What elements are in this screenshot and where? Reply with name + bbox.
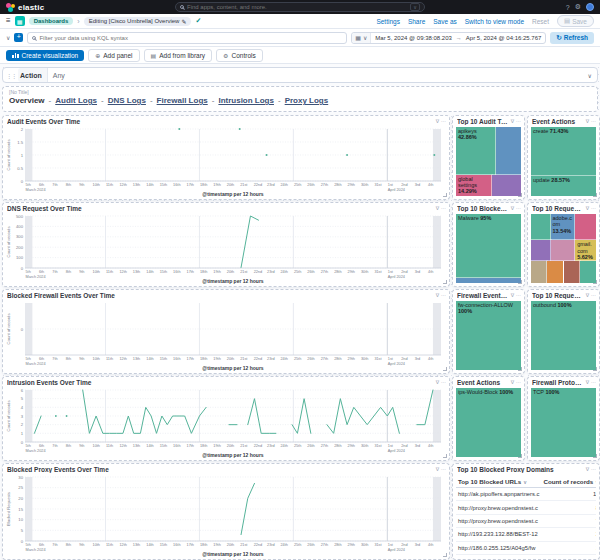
- table-row[interactable]: http://185.170.108.6/file.exe1: [456, 554, 596, 559]
- kql-filter-box[interactable]: [27, 32, 347, 44]
- filter-icon[interactable]: ∇: [586, 293, 589, 298]
- table-row[interactable]: http://proxy.brew.opendnstest.c8: [456, 501, 596, 514]
- add-filter-icon[interactable]: +: [14, 33, 23, 42]
- count-cell[interactable]: 1: [541, 541, 596, 554]
- menu-hamburger-icon[interactable]: ≡: [6, 17, 11, 25]
- count-cell[interactable]: 8: [541, 501, 596, 514]
- treemap-block-apikeys[interactable]: apikeys 42.86%: [456, 127, 496, 175]
- panel-menu-icon[interactable]: ⋯: [441, 293, 446, 298]
- resize-handle[interactable]: [518, 367, 522, 371]
- nav-link-firewall-logs[interactable]: Firewall Logs: [157, 96, 208, 105]
- nav-link-intrusion-logs[interactable]: Intrusion Logs: [218, 96, 274, 105]
- resize-handle[interactable]: [443, 454, 447, 458]
- treemap-block-create[interactable]: create 71.43%: [531, 127, 596, 176]
- elastic-logo[interactable]: elastic: [6, 3, 44, 12]
- breadcrumb-dashboards[interactable]: Dashboards: [29, 17, 74, 25]
- query-menu-chevron-icon[interactable]: ∨: [6, 34, 10, 41]
- filter-icon[interactable]: ∇: [511, 380, 514, 385]
- panel-menu-icon[interactable]: ⋯: [441, 467, 446, 472]
- treemap-block[interactable]: [496, 127, 521, 175]
- sort-chevron-icon[interactable]: ∨: [595, 479, 596, 485]
- treemap-block[interactable]: [456, 278, 521, 283]
- dashboard-app-icon[interactable]: ▦: [15, 16, 25, 26]
- kql-input[interactable]: [39, 35, 342, 41]
- resize-handle[interactable]: [593, 193, 597, 197]
- filter-icon[interactable]: ∇: [511, 206, 514, 211]
- refresh-button[interactable]: ↻ Refresh: [550, 32, 594, 44]
- controls-button[interactable]: ⚙ Controls: [216, 49, 263, 62]
- url-cell[interactable]: http://186.0.255.125/A04g5/fw: [456, 541, 541, 554]
- panel-menu-icon[interactable]: ⋯: [591, 293, 596, 298]
- breadcrumb-current[interactable]: Editing [Cisco Umbrella] Overview ✎: [84, 17, 192, 26]
- share-link[interactable]: Share: [408, 18, 425, 25]
- reset-link[interactable]: Reset: [532, 18, 549, 25]
- resize-handle[interactable]: [443, 553, 447, 557]
- treemap-block-fw-connection-allow[interactable]: fw-connection-ALLOW 100%: [456, 301, 521, 370]
- table-row[interactable]: http://186.0.255.125/A04g5/fw1: [456, 541, 596, 554]
- panel-menu-icon[interactable]: ⋯: [441, 119, 446, 124]
- filter-icon[interactable]: ∇: [586, 206, 589, 211]
- save-button[interactable]: ▤ Save: [557, 15, 594, 27]
- treemap-block-update[interactable]: update 28.57%: [531, 176, 596, 196]
- column-header[interactable]: Count of records∨: [541, 475, 596, 488]
- treemap-block[interactable]: [551, 240, 576, 261]
- filter-icon[interactable]: ∇: [436, 206, 439, 211]
- filter-icon[interactable]: ∇: [436, 293, 439, 298]
- filter-icon[interactable]: ∇: [586, 380, 589, 385]
- treemap-block-gmail-com[interactable]: gmail.com 5.62%: [575, 240, 596, 261]
- create-visualization-button[interactable]: Create visualization: [6, 50, 84, 61]
- url-cell[interactable]: http://193.233.132.88/BEST-12: [456, 528, 541, 541]
- table-row[interactable]: http://193.233.132.88/BEST-122: [456, 528, 596, 541]
- nav-link-proxy-logs[interactable]: Proxy Logs: [285, 96, 329, 105]
- treemap-block-malware[interactable]: Malware 95%: [456, 214, 521, 278]
- panel-menu-icon[interactable]: ⋯: [441, 206, 446, 211]
- url-cell[interactable]: http://proxy.brew.opendnstest.c: [456, 514, 541, 527]
- count-cell[interactable]: 11: [541, 488, 596, 501]
- count-cell[interactable]: 7: [541, 514, 596, 527]
- table-row[interactable]: http://proxy.brew.opendnstest.c7: [456, 514, 596, 527]
- calendar-icon[interactable]: ▦: [355, 34, 361, 41]
- resize-handle[interactable]: [593, 367, 597, 371]
- panel-menu-icon[interactable]: ⋯: [591, 467, 596, 472]
- url-cell[interactable]: http://proxy.brew.opendnstest.c: [456, 501, 541, 514]
- column-header[interactable]: Top 10 Blocked URLs∨: [456, 475, 541, 488]
- switch-view-mode-link[interactable]: Switch to view mode: [465, 18, 524, 25]
- nav-link-dns-logs[interactable]: DNS Logs: [108, 96, 146, 105]
- sort-chevron-icon[interactable]: ∨: [523, 479, 527, 485]
- filter-icon[interactable]: ∇: [436, 467, 439, 472]
- action-control[interactable]: ⋮⋮ Action Any ∨: [2, 67, 598, 83]
- url-cell[interactable]: http://ak.pipoffers.apnpartners.c: [456, 488, 541, 501]
- resize-handle[interactable]: [518, 454, 522, 458]
- resize-handle[interactable]: [518, 193, 522, 197]
- table-row[interactable]: http://ak.pipoffers.apnpartners.c11: [456, 488, 596, 501]
- save-as-link[interactable]: Save as: [433, 18, 457, 25]
- panel-menu-icon[interactable]: ⋯: [441, 380, 446, 385]
- treemap-block-global-settings[interactable]: global settings 14.29%: [456, 175, 492, 196]
- panel-menu-icon[interactable]: ⋯: [516, 293, 521, 298]
- global-search[interactable]: ∨: [175, 2, 425, 12]
- global-search-input[interactable]: [187, 4, 407, 10]
- treemap-block[interactable]: [531, 214, 551, 240]
- resize-handle[interactable]: [518, 280, 522, 284]
- filter-icon[interactable]: ∇: [436, 380, 439, 385]
- panel-menu-icon[interactable]: ⋯: [516, 119, 521, 124]
- date-to[interactable]: Apr 5, 2024 @ 04:16:25.767: [462, 35, 545, 41]
- panel-menu-icon[interactable]: ⋯: [516, 380, 521, 385]
- date-range-picker[interactable]: ▦ ∨ Mar 5, 2024 @ 09:38:08.203 → Apr 5, …: [351, 32, 546, 44]
- treemap-block-ips-would-block[interactable]: ips-Would-Block 100%: [456, 388, 521, 457]
- count-cell[interactable]: 2: [541, 528, 596, 541]
- control-chevron-icon[interactable]: ∨: [588, 72, 597, 79]
- panel-menu-icon[interactable]: ⋯: [591, 119, 596, 124]
- panel-menu-icon[interactable]: ⋯: [591, 206, 596, 211]
- user-avatar[interactable]: [586, 3, 594, 11]
- add-from-library-button[interactable]: ▤ Add from library: [144, 49, 213, 62]
- panel-menu-icon[interactable]: ⋯: [591, 380, 596, 385]
- drag-handle-icon[interactable]: ⋮⋮: [3, 72, 18, 79]
- treemap-block[interactable]: [575, 214, 596, 240]
- treemap-block-outbound[interactable]: outbound 100%: [531, 301, 596, 370]
- panel-menu-icon[interactable]: ⋯: [516, 206, 521, 211]
- treemap-block[interactable]: [531, 261, 547, 283]
- treemap-block[interactable]: [531, 240, 551, 261]
- treemap-block[interactable]: [564, 261, 580, 283]
- filter-icon[interactable]: ∇: [586, 467, 589, 472]
